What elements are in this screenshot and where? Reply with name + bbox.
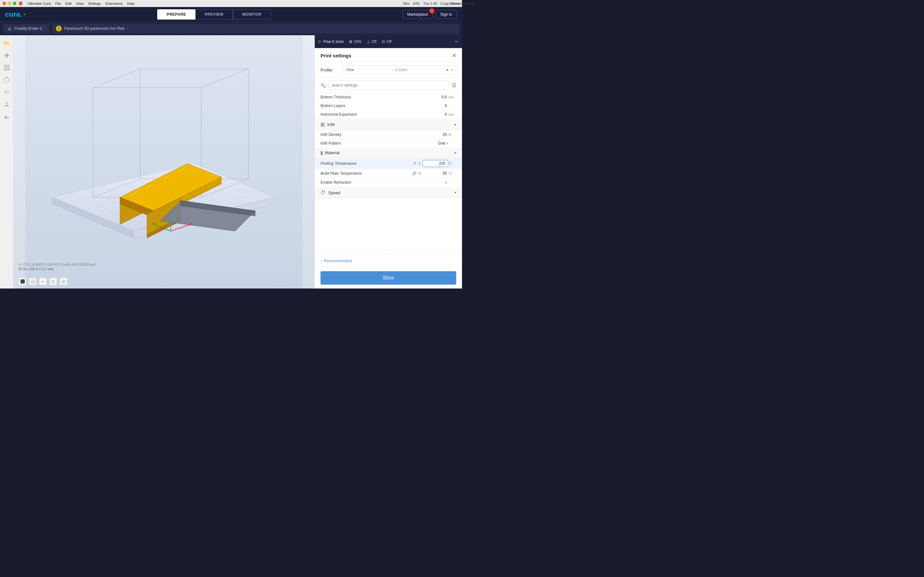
infill-density-value: 20 [423, 132, 448, 137]
speed-section-header[interactable]: ⏱ Speed ▾ [315, 187, 462, 198]
recommended-row: ‹ Recommended [315, 254, 462, 267]
infill-value: 20% [354, 39, 362, 44]
help-menu[interactable]: Help [127, 2, 134, 5]
link-build-plate-icon[interactable]: 🔗 [412, 171, 417, 176]
titlebar: 🍎 Ultimaker Cura File Edit View Settings… [0, 0, 462, 7]
object-tool-top[interactable]: ◻ [49, 277, 57, 285]
signin-button[interactable]: Sign in [435, 10, 457, 19]
svg-marker-14 [6, 102, 8, 103]
material-count-badge: 1 [56, 26, 61, 31]
infill-density-label: Infill Density [320, 132, 423, 137]
svg-rect-17 [7, 118, 9, 119]
search-settings-input[interactable] [328, 81, 449, 90]
filter-settings-button[interactable]: ☰ [452, 82, 456, 89]
object-tool-perspective[interactable]: ◱ [60, 277, 67, 285]
material-selector[interactable]: 1 Paramount 3D paramount Iron Red ‹ [52, 24, 459, 33]
settings-menu[interactable]: Settings [88, 2, 101, 5]
object-info: ✏ CE3_ef3fdf36-118f-4875-ba3b-e59704500a… [19, 262, 95, 271]
app-header: cura.· PREPARE PREVIEW MONITOR Marketpla… [0, 7, 462, 22]
edit-settings-icon[interactable]: ✏ [455, 39, 459, 44]
move-tool[interactable] [2, 51, 11, 60]
menu-bar: 🍎 Ultimaker Cura File Edit View Settings… [18, 1, 134, 5]
star-icon: ★ [446, 68, 449, 72]
panel-titlebar: Print settings ✕ [315, 48, 462, 62]
logo-dot: · [23, 10, 26, 19]
monitor-tab[interactable]: MONITOR [233, 9, 271, 19]
profile-subvalue: – 0.1mm [393, 68, 407, 72]
adhesion-value: Off [387, 39, 392, 44]
main-content: 📁 [0, 35, 462, 288]
printing-temp-actions: ↺ ⓘ [413, 161, 421, 166]
svg-rect-0 [5, 54, 8, 57]
marketplace-button[interactable]: Marketplace 1 [402, 10, 433, 19]
rotate-tool[interactable] [2, 75, 11, 85]
logo-text: cura. [5, 10, 22, 19]
time-display: Tue 1:46 [423, 2, 437, 5]
apple-menu[interactable]: 🍎 [18, 1, 23, 5]
extensions-menu[interactable]: Extensions [105, 2, 123, 5]
infill-pattern-dropdown[interactable]: Grid ▾ [438, 141, 448, 145]
slice-button[interactable]: Slice [320, 271, 456, 285]
profile-icon: ≡ [318, 39, 321, 45]
edit-menu[interactable]: Edit [65, 2, 71, 5]
mirror-tool[interactable] [2, 87, 11, 97]
infill-pattern-row: Infill Pattern Grid ▾ [315, 139, 462, 148]
printing-temperature-label: Printing Temperature [320, 161, 413, 166]
infill-pattern-value: Grid [438, 141, 445, 145]
profile-actions: ★ ▾ [446, 68, 453, 72]
material-section-header[interactable]: |||| Material ▾ [315, 148, 462, 158]
reset-build-plate-icon[interactable]: ↺ [418, 171, 421, 176]
scale-tool[interactable] [2, 63, 11, 73]
object-tools: ⬛ ⬜ ▪ ◻ ◱ [19, 277, 67, 285]
close-panel-button[interactable]: ✕ [452, 53, 456, 59]
profile-indicator: ≡ Fine 0.1mm [318, 39, 344, 45]
right-panel: ≡ Fine 0.1mm ⊠ 20% ⊥ Off ⊟ Off ✏ Print s… [314, 35, 462, 288]
close-window-button[interactable] [3, 2, 6, 5]
profile-dropdown[interactable]: Fine – 0.1mm ★ ▾ [343, 65, 456, 74]
recommended-button[interactable]: ‹ Recommended [320, 258, 352, 263]
reset-temp-icon[interactable]: ↺ [413, 161, 416, 166]
file-menu[interactable]: File [55, 2, 61, 5]
slice-area: Slice [315, 267, 462, 288]
support-tool[interactable] [2, 99, 11, 109]
infill-section-icon: ⊠ [320, 121, 325, 127]
open-file-tool[interactable]: 📁 [2, 39, 11, 48]
printing-temperature-input[interactable] [423, 160, 448, 167]
collapse-handle[interactable]: ··· [315, 246, 462, 254]
speed-section-icon: ⏱ [320, 190, 326, 195]
profile-name: Fine 0.1mm [323, 39, 344, 44]
build-plate-actions: 🔗 ↺ [412, 171, 421, 176]
object-id: ✏ CE3_ef3fdf36-118f-4875-ba3b-e59704500a… [19, 262, 95, 266]
per-model-tool[interactable] [2, 111, 11, 121]
preview-tab[interactable]: PREVIEW [195, 9, 233, 19]
horizontal-expansion-value: 0 [423, 112, 448, 117]
info-temp-icon[interactable]: ⓘ [417, 161, 421, 166]
support-value: Off [372, 39, 376, 44]
object-tool-front[interactable]: ⬜ [29, 277, 37, 285]
infill-section-header[interactable]: ⊠ Infill ▾ [315, 119, 462, 131]
object-tool-right[interactable]: ▪ [39, 277, 47, 285]
svg-rect-18 [25, 35, 302, 288]
enable-retraction-checkbox[interactable]: ✓ [444, 180, 448, 185]
recommended-chevron-icon: ‹ [320, 258, 322, 263]
left-sidebar: 📁 [0, 35, 13, 288]
app-name-menu[interactable]: Ultimaker Cura [27, 2, 51, 5]
printer-chevron-icon: ‹ [45, 27, 45, 30]
viewport[interactable]: ✏ CE3_ef3fdf36-118f-4875-ba3b-e59704500a… [13, 35, 314, 288]
print-settings-panel: Print settings ✕ Profile Fine – 0.1mm ★ … [315, 48, 462, 267]
printer-selector[interactable]: 🖨 Creality Ender-3 ‹ [3, 24, 49, 33]
marketplace-badge: 1 [429, 8, 435, 13]
minimize-window-button[interactable] [8, 2, 11, 5]
timer-display: 39m [403, 2, 410, 5]
speed-section-title: Speed [328, 190, 454, 195]
support-indicator: ⊥ Off [367, 39, 376, 44]
maximize-window-button[interactable] [13, 2, 16, 5]
prepare-tab[interactable]: PREPARE [157, 9, 195, 19]
object-tool-cube[interactable]: ⬛ [19, 277, 26, 285]
svg-rect-12 [5, 105, 9, 106]
battery-display: 64% [413, 2, 420, 5]
svg-rect-15 [5, 117, 7, 119]
svg-marker-11 [7, 91, 9, 93]
printer-name: Creality Ender-3 [14, 26, 42, 31]
view-menu[interactable]: View [76, 2, 84, 5]
